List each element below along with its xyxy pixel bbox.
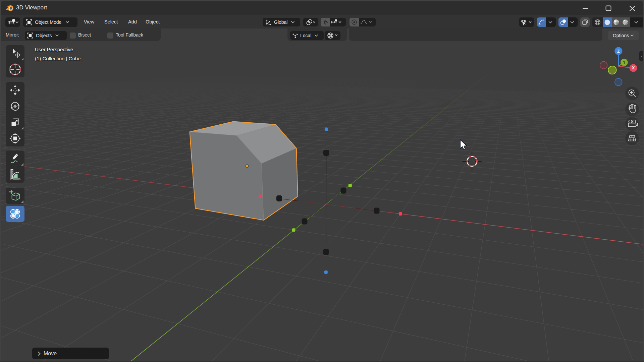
svg-text:Y: Y [623,60,626,65]
svg-text:Z: Z [617,49,620,54]
svg-text:X: X [632,66,635,70]
